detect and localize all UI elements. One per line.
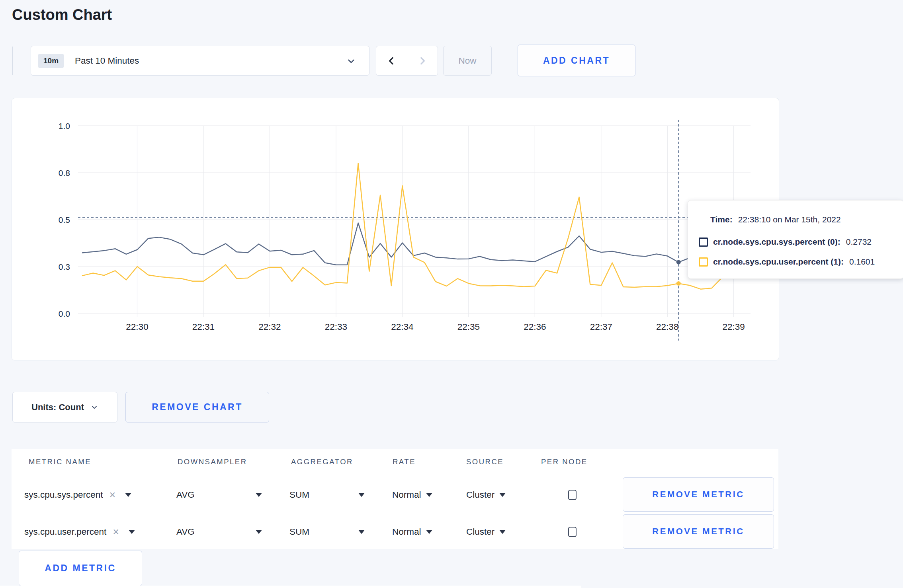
units-label: Units: Count [31,402,84,413]
downsampler-value: AVG [176,527,195,537]
metric-name-value: sys.cpu.sys.percent [24,490,103,500]
metric-name-select[interactable]: sys.cpu.user.percent × [24,514,135,550]
caret-down-icon [358,530,365,534]
per-node-cell [568,477,577,513]
rate-select[interactable]: Normal [392,514,432,550]
caret-down-icon [499,530,506,534]
tooltip-user-label: cr.node.sys.cpu.user.percent (1): [713,257,844,267]
tooltip-sys-value: 0.2732 [846,237,872,247]
svg-text:22:36: 22:36 [524,322,546,332]
svg-text:22:39: 22:39 [723,322,745,332]
caret-down-icon [426,530,432,534]
aggregator-caret[interactable] [358,514,365,550]
downsampler-value: AVG [176,490,195,500]
svg-text:0.3: 0.3 [59,262,70,271]
svg-text:1.0: 1.0 [59,121,70,130]
caret-down-icon [125,493,131,497]
rate-select[interactable]: Normal [392,477,432,513]
svg-text:0.8: 0.8 [59,168,70,177]
caret-down-icon [256,530,262,534]
caret-down-icon [256,493,262,497]
downsampler-select[interactable]: AVG [176,477,195,513]
col-header-downsampler: DOWNSAMPLER [178,458,247,466]
col-header-metric-name: METRIC NAME [29,458,91,466]
add-metric-label: ADD METRIC [45,563,116,574]
aggregator-value: SUM [289,527,309,537]
downsampler-caret[interactable] [256,477,262,513]
time-range-badge: 10m [38,54,64,68]
page-title: Custom Chart [12,6,112,23]
time-nav-group [376,46,438,76]
units-select[interactable]: Units: Count [12,392,117,423]
clear-metric-icon[interactable]: × [113,527,119,537]
source-select[interactable]: Cluster [466,514,506,550]
series-sys-swatch-icon [699,238,708,247]
caret-down-icon [499,493,506,497]
tooltip-sys-label: cr.node.sys.cpu.sys.percent (0): [713,237,840,247]
downsampler-caret[interactable] [256,514,262,550]
chevron-down-icon [90,403,98,411]
remove-metric-button[interactable]: REMOVE METRIC [623,477,774,512]
tooltip-user-value: 0.1601 [849,257,875,267]
now-button-label: Now [458,56,476,66]
col-header-rate: RATE [393,458,416,466]
prev-time-button[interactable] [376,46,407,75]
rate-value: Normal [392,490,421,500]
svg-text:22:38: 22:38 [656,322,678,332]
col-header-per-node: PER NODE [541,458,588,466]
remove-chart-label: REMOVE CHART [152,402,243,413]
chevron-left-icon [386,56,397,66]
col-header-aggregator: AGGREGATOR [291,458,353,466]
svg-text:22:35: 22:35 [457,322,480,332]
time-range-label: Past 10 Minutes [75,56,139,66]
now-button[interactable]: Now [443,46,492,76]
svg-text:22:37: 22:37 [590,322,612,332]
remove-metric-button[interactable]: REMOVE METRIC [623,514,774,549]
metrics-table: METRIC NAME DOWNSAMPLER AGGREGATOR RATE … [12,449,778,549]
source-select[interactable]: Cluster [466,477,506,513]
metric-name-value: sys.cpu.user.percent [24,527,106,537]
add-chart-label: ADD CHART [543,55,610,66]
chart-tooltip: Time: 22:38:10 on Mar 15th, 2022 cr.node… [688,200,903,279]
chevron-down-icon [346,56,356,66]
caret-down-icon [129,530,135,534]
caret-down-icon [358,493,365,497]
source-value: Cluster [466,527,494,537]
per-node-checkbox[interactable] [568,490,577,500]
caret-down-icon [426,493,432,497]
source-value: Cluster [466,490,494,500]
add-chart-button[interactable]: ADD CHART [518,45,635,76]
tooltip-time-label: Time: [710,215,733,224]
svg-text:0.0: 0.0 [59,309,70,318]
next-section-edge [0,586,581,588]
per-node-checkbox[interactable] [568,527,577,537]
col-header-source: SOURCE [466,458,504,466]
toolbar-divider [12,47,13,75]
next-time-button[interactable] [407,46,438,75]
chevron-right-icon [417,56,428,66]
aggregator-select[interactable]: SUM [289,477,309,513]
custom-chart-page: Custom Chart 10m Past 10 Minutes Now ADD… [0,0,903,588]
aggregator-caret[interactable] [358,477,365,513]
svg-text:22:31: 22:31 [192,322,215,332]
add-metric-button[interactable]: ADD METRIC [19,551,142,586]
metric-name-select[interactable]: sys.cpu.sys.percent × [24,477,131,513]
aggregator-value: SUM [289,490,309,500]
series-user-swatch-icon [699,257,708,267]
svg-text:22:30: 22:30 [126,322,148,332]
chart-card: 1.00.80.50.30.022:3022:3122:3222:3322:34… [12,98,779,360]
per-node-cell [568,514,577,550]
remove-chart-button[interactable]: REMOVE CHART [125,392,269,423]
remove-metric-label: REMOVE METRIC [652,489,744,500]
svg-text:22:34: 22:34 [391,322,413,332]
clear-metric-icon[interactable]: × [109,490,116,500]
svg-text:22:32: 22:32 [258,322,281,332]
remove-metric-label: REMOVE METRIC [652,526,744,537]
chart-plot-area[interactable]: 1.00.80.50.30.022:3022:3122:3222:3322:34… [12,98,779,360]
time-range-select[interactable]: 10m Past 10 Minutes [31,46,369,76]
tooltip-time-value: 22:38:10 on Mar 15th, 2022 [738,215,841,224]
downsampler-select[interactable]: AVG [176,514,195,550]
svg-text:0.5: 0.5 [59,215,70,224]
svg-text:22:33: 22:33 [325,322,347,332]
aggregator-select[interactable]: SUM [289,514,309,550]
